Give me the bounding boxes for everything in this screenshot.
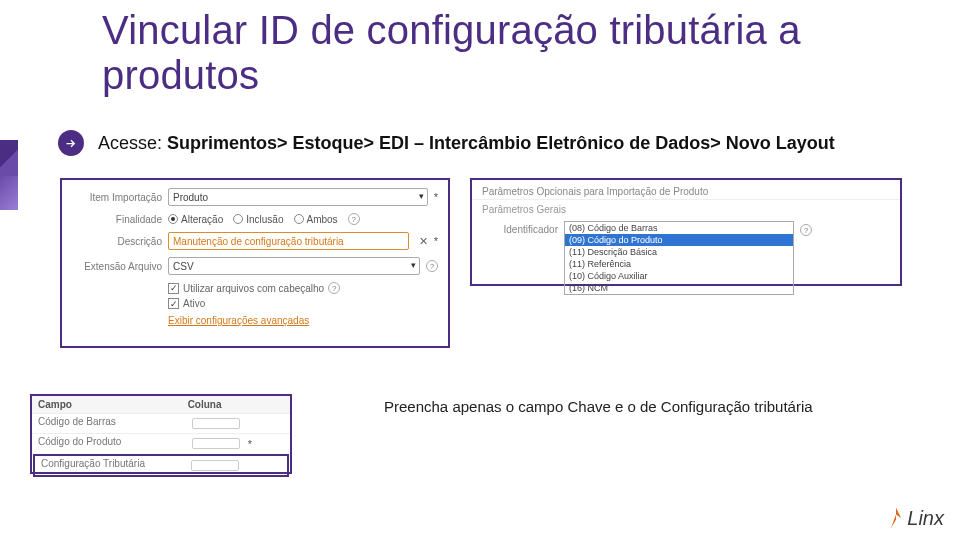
table-row: Código do Produto * (32, 433, 290, 453)
cell-campo: Código do Produto (38, 436, 121, 447)
list-item[interactable]: (10) Código Auxiliar (565, 270, 793, 282)
access-path: Suprimentos> Estoque> EDI – Intercâmbio … (167, 133, 835, 153)
logo-text: Linx (907, 507, 944, 530)
help-icon[interactable]: ? (328, 282, 340, 294)
finalidade-label: Finalidade (72, 214, 162, 225)
chevron-down-icon: ▾ (419, 191, 424, 201)
extensao-label: Extensão Arquivo (72, 261, 162, 272)
identificador-listbox[interactable]: (08) Código de Barras (09) Código do Pro… (564, 221, 794, 295)
cell-campo: Código de Barras (32, 414, 182, 433)
chevron-down-icon: ▾ (411, 260, 416, 270)
item-importacao-label: Item Importação (72, 192, 162, 203)
descricao-label: Descrição (72, 236, 162, 247)
required-icon: * (434, 235, 438, 247)
cell-coluna-input[interactable] (191, 460, 239, 471)
link-advanced[interactable]: Exibir configurações avançadas (168, 315, 438, 326)
descricao-input[interactable]: Manutenção de configuração tributária (168, 232, 409, 250)
params-header: Parâmetros Opcionais para Importação de … (472, 180, 900, 200)
page-title: Vincular ID de configuração tributária a… (102, 8, 862, 98)
extensao-select[interactable]: CSV ▾ (168, 257, 420, 275)
required-icon: * (434, 191, 438, 203)
slide-accent-2 (0, 176, 18, 210)
slide-accent (0, 140, 18, 178)
instruction-note: Preencha apenas o campo Chave e o de Con… (384, 398, 824, 416)
table-row: Código de Barras (32, 413, 290, 433)
fields-table-panel: Campo Coluna Código de Barras Código do … (30, 394, 292, 474)
checkbox-header[interactable]: ✓ (168, 283, 179, 294)
table-header: Campo Coluna (32, 396, 290, 413)
linx-logo: Linx (887, 506, 944, 530)
help-icon[interactable]: ? (348, 213, 360, 225)
arrow-circle-icon (58, 130, 84, 156)
help-icon[interactable]: ? (800, 224, 812, 236)
cell-coluna-input[interactable] (192, 418, 240, 429)
list-item[interactable]: (16) NCM (565, 282, 793, 294)
col-campo: Campo (32, 396, 182, 413)
help-icon[interactable]: ? (426, 260, 438, 272)
col-coluna: Coluna (182, 396, 290, 413)
access-text: Acesse: Suprimentos> Estoque> EDI – Inte… (98, 133, 835, 154)
params-subheader: Parâmetros Gerais (472, 200, 900, 217)
identificador-label: Identificador (480, 221, 558, 235)
table-row-highlight: Configuração Tributária (33, 454, 289, 477)
extensao-value: CSV (173, 261, 194, 272)
radio-ambos[interactable]: Ambos (294, 214, 338, 225)
item-importacao-select[interactable]: Produto ▾ (168, 188, 428, 206)
list-item[interactable]: (11) Descrição Básica (565, 246, 793, 258)
access-prefix: Acesse: (98, 133, 162, 153)
item-importacao-value: Produto (173, 192, 208, 203)
clear-icon[interactable]: ✕ (419, 235, 428, 248)
list-item[interactable]: (08) Código de Barras (565, 222, 793, 234)
descricao-value: Manutenção de configuração tributária (173, 236, 344, 247)
checkbox-ativo-label: Ativo (183, 298, 205, 309)
required-icon: * (248, 438, 252, 450)
form-panel: Item Importação Produto ▾ * Finalidade A… (60, 178, 450, 348)
radio-alteracao[interactable]: Alteração (168, 214, 223, 225)
cell-coluna-input[interactable] (192, 438, 240, 449)
checkbox-ativo[interactable]: ✓ (168, 298, 179, 309)
list-item-selected[interactable]: (09) Código do Produto (565, 234, 793, 246)
access-row: Acesse: Suprimentos> Estoque> EDI – Inte… (58, 130, 835, 156)
checkbox-header-label: Utilizar arquivos com cabeçalho (183, 283, 324, 294)
logo-icon (887, 506, 905, 530)
cell-campo: Configuração Tributária (35, 456, 181, 475)
params-panel: Parâmetros Opcionais para Importação de … (470, 178, 902, 286)
list-item[interactable]: (11) Referência (565, 258, 793, 270)
radio-inclusao[interactable]: Inclusão (233, 214, 283, 225)
